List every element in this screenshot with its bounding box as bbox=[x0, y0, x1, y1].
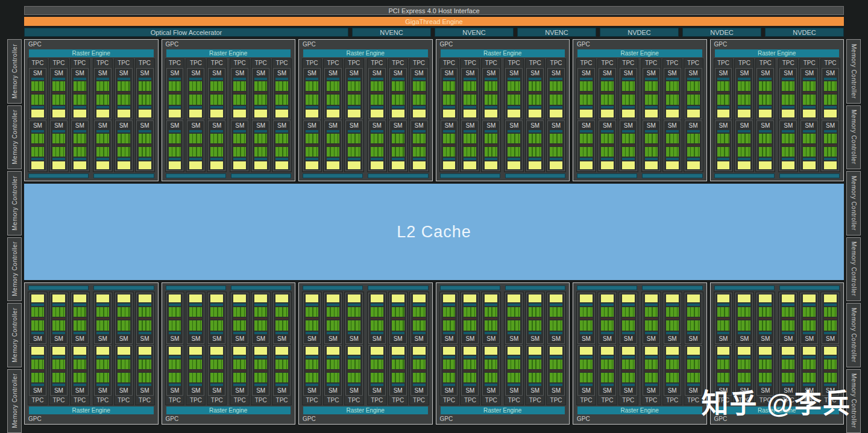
sm-texture-bar-teal bbox=[759, 158, 772, 160]
sm-cache-block-yellow bbox=[687, 347, 700, 355]
sm-scheduler-bar-teal bbox=[254, 332, 267, 334]
sm-core-block-green bbox=[738, 373, 750, 382]
tpc-label: TPC bbox=[800, 60, 818, 67]
sm-core-divider bbox=[210, 92, 223, 93]
sm-core-block-green bbox=[189, 134, 202, 143]
tpc-label: TPC bbox=[50, 397, 68, 404]
sm-scheduler-bar-teal bbox=[306, 384, 318, 386]
sm-scheduler-bar-teal bbox=[717, 332, 730, 334]
sm-label: SM bbox=[327, 335, 339, 342]
sm-texture-bar-teal bbox=[306, 356, 318, 358]
sm-texture-bar-teal bbox=[74, 106, 86, 108]
sm-texture-bar-teal bbox=[118, 356, 130, 358]
sm-core-block-green bbox=[139, 134, 151, 143]
gpc-and-l2-area: GPCRaster EngineTPCSMSMTPCSMSMTPCSMSMTPC… bbox=[24, 39, 844, 433]
gpc-label: GPC bbox=[439, 416, 567, 423]
sm-label: SM bbox=[622, 122, 635, 129]
sm-scheduler-bar-teal bbox=[666, 78, 679, 80]
sm-core-divider bbox=[392, 318, 404, 319]
sm-core-divider bbox=[139, 92, 151, 93]
sm-core-block-green bbox=[824, 320, 837, 330]
sm-cache-block-yellow bbox=[550, 294, 562, 302]
sm-texture-bar-teal bbox=[824, 158, 837, 160]
tpc-label: TPC bbox=[303, 60, 321, 67]
sm-core-divider bbox=[210, 145, 223, 146]
sm-core-block-green bbox=[622, 95, 635, 104]
sm-unit-1: SM bbox=[50, 68, 68, 119]
sm-texture-bar-teal bbox=[443, 356, 456, 358]
sm-texture-bar-teal bbox=[622, 304, 635, 306]
sm-unit-2: SM bbox=[664, 120, 681, 172]
sm-core-divider bbox=[759, 370, 772, 372]
gpc-label: GPC bbox=[28, 41, 155, 48]
sm-unit-1: SM bbox=[735, 68, 753, 119]
sm-scheduler-bar-teal bbox=[443, 130, 456, 132]
sm-unit-2: SM bbox=[71, 293, 89, 344]
sm-scheduler-bar-teal bbox=[687, 384, 700, 386]
sm-texture-bar-teal bbox=[52, 158, 65, 160]
sm-core-divider bbox=[139, 145, 151, 146]
sm-core-block-green bbox=[645, 95, 658, 104]
sm-core-divider bbox=[96, 92, 109, 93]
sm-cache-block-yellow bbox=[782, 347, 794, 355]
sm-core-divider bbox=[275, 92, 288, 93]
sm-texture-bar-teal bbox=[824, 304, 837, 306]
sm-label: SM bbox=[464, 70, 476, 76]
sm-core-divider bbox=[782, 318, 794, 319]
sm-core-block-green bbox=[666, 307, 679, 317]
sm-unit-1: SM bbox=[685, 345, 702, 396]
sm-core-block-green bbox=[413, 134, 426, 143]
sm-label: SM bbox=[508, 70, 520, 76]
tpc-column-1: TPCSMSM bbox=[302, 58, 322, 172]
sm-core-block-green bbox=[687, 147, 700, 157]
sm-scheduler-bar-teal bbox=[233, 332, 246, 334]
tpc-row: TPCSMSMTPCSMSMTPCSMSMTPCSMSMTPCSMSMTPCSM… bbox=[302, 291, 429, 405]
sm-core-block-green bbox=[52, 81, 65, 91]
sm-core-divider bbox=[371, 145, 383, 146]
tpc-column-4: TPCSMSM bbox=[641, 58, 661, 172]
sm-core-divider bbox=[782, 370, 794, 372]
sm-unit-2: SM bbox=[187, 120, 204, 172]
sm-core-block-green bbox=[254, 95, 267, 104]
sm-scheduler-bar-teal bbox=[189, 78, 202, 80]
sm-scheduler-bar-teal bbox=[508, 384, 520, 386]
sm-core-block-green bbox=[118, 81, 130, 91]
sm-scheduler-bar-teal bbox=[96, 78, 109, 80]
sm-texture-bar-teal bbox=[327, 158, 339, 160]
sm-core-block-green bbox=[189, 95, 202, 104]
sm-texture-bar-teal bbox=[601, 304, 614, 306]
sm-label: SM bbox=[96, 122, 109, 129]
sm-core-divider bbox=[189, 318, 202, 319]
sm-core-divider bbox=[233, 92, 246, 93]
sm-unit-1: SM bbox=[756, 68, 774, 119]
sm-unit-2: SM bbox=[29, 120, 46, 172]
sm-core-block-green bbox=[717, 307, 730, 317]
sm-cache-block-yellow bbox=[306, 347, 318, 355]
memory-controller-left-6: Memory Controller bbox=[7, 369, 22, 433]
sm-core-block-green bbox=[254, 320, 267, 330]
sm-texture-bar-teal bbox=[782, 304, 794, 306]
sm-unit-2: SM bbox=[50, 293, 68, 344]
sm-unit-2: SM bbox=[461, 120, 479, 172]
sm-core-block-green bbox=[717, 373, 730, 382]
sm-core-block-green bbox=[169, 147, 181, 157]
sm-label: SM bbox=[717, 387, 730, 394]
sm-cache-block-yellow bbox=[52, 110, 65, 117]
sm-texture-bar-teal bbox=[485, 106, 497, 108]
raster-engine-bar: Raster Engine bbox=[441, 407, 565, 414]
tpc-column-2: TPCSMSM bbox=[597, 58, 617, 172]
sm-unit-1: SM bbox=[29, 345, 46, 396]
sm-core-block-green bbox=[759, 307, 772, 317]
sm-texture-bar-teal bbox=[233, 106, 246, 108]
gpc-block-6: GPCRaster EngineTPCSMSMTPCSMSMTPCSMSMTPC… bbox=[710, 39, 844, 181]
sm-label: SM bbox=[738, 122, 750, 129]
sm-unit-1: SM bbox=[577, 345, 595, 396]
tpc-label: TPC bbox=[822, 397, 839, 404]
sm-scheduler-bar-teal bbox=[413, 78, 426, 80]
sm-core-divider bbox=[601, 370, 614, 372]
sm-scheduler-bar-teal bbox=[687, 332, 700, 334]
sm-unit-1: SM bbox=[461, 68, 479, 119]
sm-texture-bar-teal bbox=[508, 304, 520, 306]
sm-core-block-green bbox=[413, 320, 426, 330]
gpc-crossbar-teal bbox=[303, 173, 363, 178]
